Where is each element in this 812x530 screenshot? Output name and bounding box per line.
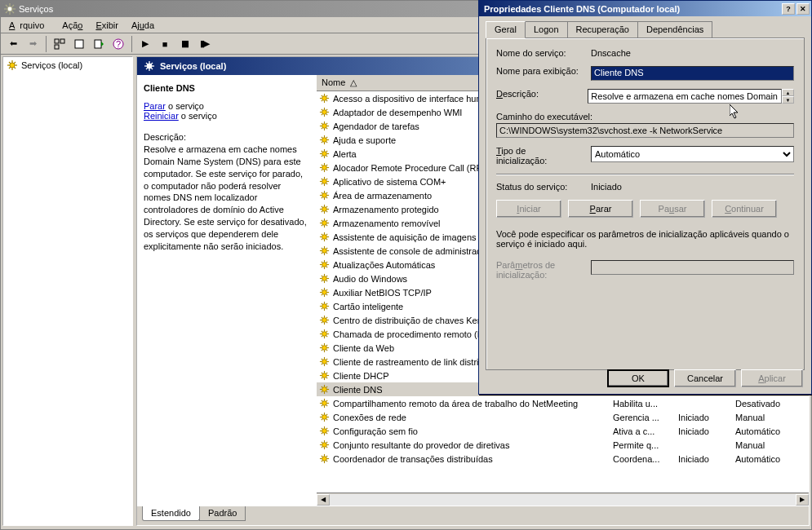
svg-line-158 [326,276,327,277]
service-row[interactable]: Configuração sem fioAtiva a c...Iniciado… [317,424,809,438]
svg-line-84 [321,165,322,166]
service-startup-cell: Automático [735,426,809,436]
horizontal-scrollbar[interactable]: ◀ ▶ [317,492,809,506]
apply-button[interactable]: Aplicar [741,369,803,387]
gear-icon [317,93,331,104]
svg-line-104 [326,192,327,194]
restart-service-link[interactable]: Reiniciar [144,111,179,121]
properties-button[interactable] [70,35,88,53]
menu-ajuda[interactable]: Ajuda [126,19,159,32]
restart-button[interactable]: ▮▶ [195,35,213,53]
svg-line-273 [321,456,322,457]
startup-type-select[interactable]: Automático [591,146,794,162]
gear-icon [317,342,331,353]
cancel-button[interactable]: Cancelar [674,369,736,387]
scroll-right-icon[interactable]: ▶ [796,494,809,506]
gear-icon [317,162,331,173]
svg-line-248 [326,414,327,416]
dialog-titlebar[interactable]: Propriedades Cliente DNS (Computador loc… [479,1,811,16]
svg-line-183 [321,317,322,319]
svg-line-202 [326,349,327,351]
tab-standard[interactable]: Padrão [199,506,246,521]
tab-geral[interactable]: Geral [486,21,526,38]
menu-exibir[interactable]: Exibir [91,19,123,32]
svg-line-75 [321,151,322,152]
export-button[interactable] [90,35,108,53]
gear-icon [317,398,331,409]
svg-line-7 [12,5,14,7]
svg-point-0 [7,7,12,11]
service-row[interactable]: Coordenador de transações distribuídasCo… [317,452,809,466]
svg-line-213 [321,363,322,364]
svg-rect-11 [55,45,59,49]
label-service-name: Nome do serviço: [496,48,586,58]
svg-line-221 [326,373,327,374]
stop-service-link[interactable]: Parar [144,101,166,111]
tab-recuperacao[interactable]: Recuperação [567,21,638,38]
service-row[interactable]: Conexões de redeGerencia ...IniciadoManu… [317,410,809,424]
service-row[interactable]: Conjunto resultante do provedor de diret… [317,438,809,452]
ok-button[interactable]: OK [607,369,669,387]
svg-line-76 [326,155,327,157]
svg-line-159 [321,280,322,281]
svg-line-266 [326,442,327,444]
menu-arquivo[interactable]: Arquivo [4,19,54,32]
tab-dependencias[interactable]: Dependências [637,21,712,38]
gear-icon [317,135,331,145]
service-name-cell: Conjunto resultante do provedor de diret… [331,440,613,450]
service-row[interactable]: Compartilhamento remoto da área de traba… [317,396,809,410]
service-status-cell: Iniciado [678,413,735,422]
description-input[interactable]: Resolve e armazena em cache nomes Domain [588,89,782,104]
svg-line-195 [321,335,322,337]
svg-rect-9 [55,39,59,43]
svg-line-122 [326,220,327,222]
tab-extended[interactable]: Estendido [142,506,200,521]
content-header-label: Serviços (local) [160,61,226,71]
svg-line-94 [326,183,327,184]
help-icon[interactable]: ? [782,3,795,15]
stop-button[interactable]: ■ [156,35,174,53]
view-tiles-button[interactable] [51,35,69,53]
svg-line-210 [321,359,322,360]
svg-line-258 [321,432,322,434]
svg-line-185 [326,317,327,319]
description-spinner[interactable]: ▲▼ [782,89,794,104]
close-icon[interactable]: ✕ [796,3,810,15]
service-startup-cell: Manual [735,440,809,450]
start-params-input [591,260,794,275]
svg-line-168 [321,294,322,295]
play-button[interactable]: ▶ [136,35,154,53]
service-startup-cell: Automático [735,454,809,464]
dialog-tabs: Geral Logon Recuperação Dependências [486,21,805,38]
help-button[interactable]: ? [109,35,127,53]
svg-line-66 [321,137,322,139]
svg-line-77 [326,151,327,152]
nav-fwd-button[interactable]: ➡ [24,35,42,53]
scroll-left-icon[interactable]: ◀ [317,494,330,506]
tree-root-item[interactable]: Serviços (local) [5,59,131,72]
svg-line-249 [321,418,322,420]
svg-line-247 [326,418,327,420]
pause-button[interactable]: Pausar [640,200,705,218]
svg-text:?: ? [116,39,121,49]
nav-back-button[interactable]: ⬅ [4,35,22,53]
tab-logon[interactable]: Logon [525,21,568,38]
svg-line-42 [321,99,322,101]
svg-line-231 [321,391,322,392]
svg-line-59 [326,123,327,125]
stop-button[interactable]: Parar [568,200,633,218]
menu-acao[interactable]: Ação [57,19,87,32]
svg-line-264 [321,442,322,444]
start-button[interactable]: Iniciar [496,200,561,218]
svg-line-246 [321,414,322,416]
display-name-input[interactable]: Cliente DNS [591,66,794,81]
svg-rect-10 [60,39,64,43]
continue-button[interactable]: Continuar [712,200,777,218]
svg-line-275 [326,456,327,457]
svg-line-132 [321,238,322,240]
svg-line-141 [321,252,322,254]
gear-icon [317,453,331,464]
svg-line-49 [326,113,327,115]
svg-line-239 [326,400,327,402]
pause-button[interactable]: ▮▮ [175,35,193,53]
